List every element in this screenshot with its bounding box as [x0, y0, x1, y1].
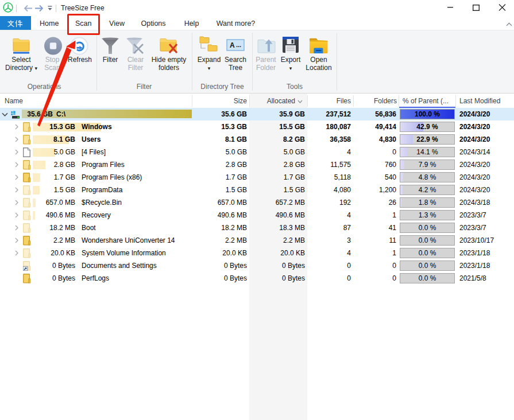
svg-text:A: A [230, 41, 235, 49]
svg-text:...: ... [236, 41, 241, 48]
